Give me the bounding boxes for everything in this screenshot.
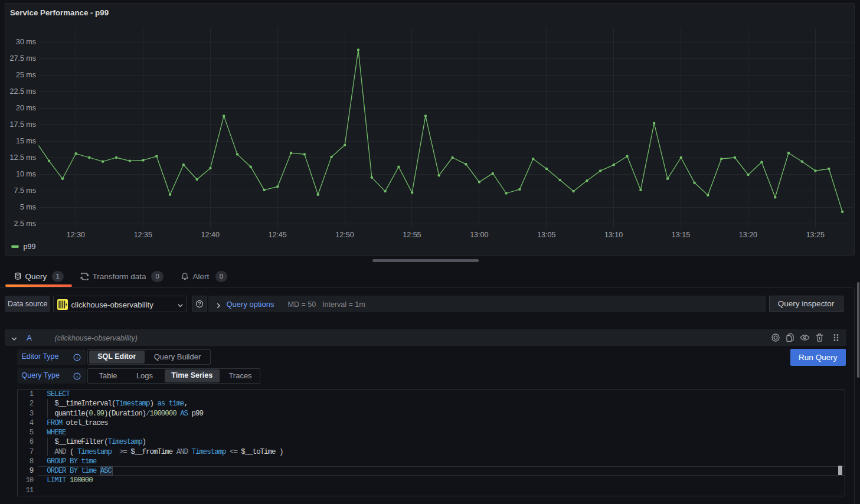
svg-text:12:30: 12:30: [67, 231, 85, 239]
svg-text:27.5 ms: 27.5 ms: [10, 54, 36, 63]
svg-text:12:50: 12:50: [335, 231, 354, 239]
svg-text:12:35: 12:35: [134, 231, 152, 239]
svg-text:12:45: 12:45: [268, 231, 286, 239]
svg-text:2.5 ms: 2.5 ms: [14, 220, 36, 228]
svg-text:20 ms: 20 ms: [16, 104, 36, 112]
svg-text:13:15: 13:15: [672, 231, 690, 239]
svg-text:25 ms: 25 ms: [16, 71, 36, 79]
svg-text:10 ms: 10 ms: [16, 170, 36, 178]
svg-text:12.5 ms: 12.5 ms: [10, 153, 36, 162]
svg-text:12:55: 12:55: [403, 231, 421, 239]
svg-text:13:05: 13:05: [537, 231, 555, 239]
svg-text:15 ms: 15 ms: [16, 137, 36, 145]
svg-text:13:25: 13:25: [806, 231, 825, 239]
svg-text:Service Performance - p99: Service Performance - p99: [10, 8, 109, 17]
svg-text:12:40: 12:40: [201, 231, 220, 239]
svg-text:5 ms: 5 ms: [20, 203, 36, 211]
svg-text:22.5 ms: 22.5 ms: [10, 87, 36, 96]
svg-text:17.5 ms: 17.5 ms: [10, 120, 36, 129]
svg-text:7.5 ms: 7.5 ms: [14, 186, 36, 195]
svg-text:13:00: 13:00: [470, 231, 488, 239]
svg-text:30 ms: 30 ms: [16, 38, 36, 46]
svg-text:13:20: 13:20: [739, 231, 757, 239]
svg-text:p99: p99: [24, 243, 36, 251]
svg-text:13:10: 13:10: [604, 231, 623, 239]
